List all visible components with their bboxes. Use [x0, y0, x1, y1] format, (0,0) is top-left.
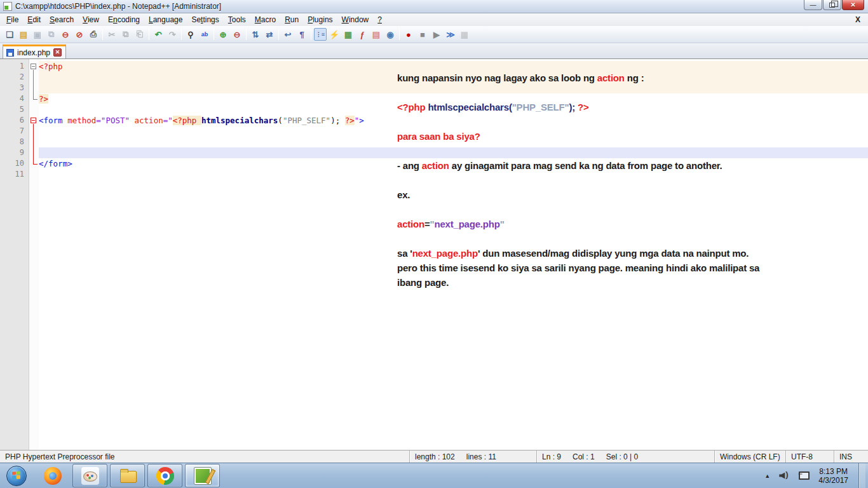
zoom-in-button[interactable]: ⊕ [217, 28, 229, 41]
document-close-x[interactable]: X [853, 15, 863, 25]
annotation-segment: ng : [625, 72, 644, 83]
document-map-button[interactable]: ▦ [342, 28, 355, 41]
taskbar-app-firefox[interactable] [35, 464, 70, 487]
menu-item-file[interactable]: File [2, 14, 23, 25]
annotation-line-9: ibang page. [397, 277, 449, 288]
close-file-icon: ⊖ [62, 30, 69, 39]
fold-marker-start[interactable] [29, 115, 39, 126]
menu-item-window[interactable]: Window [337, 14, 374, 25]
save-file-button[interactable]: ▣ [31, 28, 44, 41]
annotation-line-1: kung napansin nyo nag lagay ako sa loob … [397, 72, 644, 83]
folder-as-workspace-button[interactable]: ▤ [370, 28, 383, 41]
title-bar: C:\xampp\htdocs\PHP\index.php - Notepad+… [0, 0, 868, 13]
show-indent-guide-button[interactable]: ⋮≡ [314, 28, 327, 41]
paste-button[interactable]: ⎗ [133, 28, 146, 41]
menu-item-settings[interactable]: Settings [187, 14, 223, 25]
fold-marker-v [29, 126, 39, 137]
menu-bar: FileEditSearchViewEncodingLanguageSettin… [0, 13, 868, 26]
close-file-button[interactable]: ⊖ [59, 28, 72, 41]
status-line-value: Ln : 9 [542, 452, 561, 461]
status-encoding[interactable]: UTF-8 [785, 451, 834, 463]
taskbar-apps [34, 464, 220, 487]
minimize-button[interactable]: — [804, 0, 822, 10]
replace-button[interactable]: ab [198, 28, 211, 41]
status-insert-mode[interactable]: INS [834, 451, 868, 463]
status-eol-format[interactable]: Windows (CR LF) [714, 451, 785, 463]
close-all-button[interactable]: ⊘ [73, 28, 86, 41]
restore-button[interactable] [823, 0, 841, 10]
fold-marker-start[interactable] [29, 61, 39, 72]
new-file-button[interactable]: ❏ [3, 28, 16, 41]
line-number: 11 [0, 169, 29, 180]
menu-item-plugins[interactable]: Plugins [303, 14, 337, 25]
menu-item-encoding[interactable]: Encoding [104, 14, 144, 25]
show-all-characters-button[interactable]: ¶ [295, 28, 308, 41]
volume-icon[interactable] [779, 471, 790, 481]
system-tray: ▲ 8:13 PM 4/3/2017 [762, 463, 868, 488]
code-token: action [135, 116, 163, 125]
sync-vertical-scroll-button[interactable]: ⇅ [249, 28, 262, 41]
copy-button[interactable]: ⧉ [119, 28, 132, 41]
tab-index-php[interactable]: index.php ✕ [3, 44, 66, 58]
chrome-icon [156, 467, 174, 485]
cut-button[interactable]: ✂ [105, 28, 118, 41]
menu-item-edit[interactable]: Edit [23, 14, 45, 25]
tab-label: index.php [17, 48, 50, 57]
code-token: "PHP_SELF" [283, 116, 330, 125]
menu-item-macro[interactable]: Macro [250, 14, 280, 25]
annotation-segment: sa ' [397, 248, 412, 259]
taskbar-app-explorer[interactable] [110, 464, 145, 487]
macro-playback-button[interactable]: ▶ [430, 28, 443, 41]
open-file-button[interactable]: ▤ [17, 28, 30, 41]
menu-item-view[interactable]: View [78, 14, 104, 25]
start-button[interactable] [6, 466, 27, 486]
undo-button[interactable]: ↶ [152, 28, 165, 41]
word-wrap-button[interactable]: ↩ [281, 28, 294, 41]
paint-icon [81, 467, 99, 485]
toolbar-group: ↩¶ [281, 28, 309, 41]
taskbar-app-notepadpp[interactable] [185, 464, 220, 487]
taskbar-app-paint[interactable] [72, 464, 107, 487]
macro-stop-button[interactable]: ■ [416, 28, 429, 41]
menu-item-run[interactable]: Run [280, 14, 303, 25]
redo-button[interactable]: ↷ [166, 28, 179, 41]
menu-item-search[interactable]: Search [45, 14, 78, 25]
toolbar-separator [399, 29, 400, 40]
taskbar-app-chrome[interactable] [147, 464, 182, 487]
toolbar-group: ❏▤▣⧉⊖⊘⎙ [3, 28, 100, 41]
line-number: 3 [0, 83, 29, 93]
taskbar-clock[interactable]: 8:13 PM 4/3/2017 [815, 467, 852, 485]
toolbar-group: ⚲ab [184, 28, 212, 41]
macro-run-multiple-button[interactable]: ≫ [444, 28, 457, 41]
zoom-out-button[interactable]: ⊖ [231, 28, 243, 41]
macro-stop-icon: ■ [420, 30, 425, 39]
code-line-1: <?php [39, 61, 868, 72]
macro-record-button[interactable]: ● [402, 28, 415, 41]
monitoring-button[interactable]: ◉ [384, 28, 397, 41]
menu-item-tools[interactable]: Tools [224, 14, 250, 25]
close-button[interactable]: ✕ [842, 0, 864, 10]
code-editor[interactable]: 1234567891011 <?php?><form method="POST"… [0, 58, 868, 450]
function-list-button[interactable]: ƒ [356, 28, 369, 41]
sync-horizontal-scroll-button[interactable]: ⇄ [263, 28, 276, 41]
clock-date: 4/3/2017 [818, 476, 848, 485]
line-number: 9 [0, 147, 29, 158]
show-desktop-button[interactable] [858, 463, 865, 488]
toolbar-separator [214, 29, 214, 40]
hidden-icons-button[interactable]: ▲ [762, 470, 773, 482]
annotation-segment: - ang [397, 160, 422, 171]
find-button[interactable]: ⚲ [184, 28, 197, 41]
annotation-segment: " [500, 219, 505, 229]
sync-vertical-scroll-icon: ⇅ [252, 30, 259, 39]
code-line-9 [39, 147, 868, 158]
tab-close-icon[interactable]: ✕ [53, 48, 62, 57]
macro-record-icon: ● [406, 30, 411, 39]
user-defined-language-button[interactable]: ⚡ [328, 28, 341, 41]
redo-icon: ↷ [169, 30, 176, 39]
network-icon[interactable] [797, 471, 808, 481]
menu-item-help[interactable]: ? [373, 14, 386, 25]
print-button[interactable]: ⎙ [87, 28, 100, 41]
menu-item-language[interactable]: Language [144, 14, 187, 25]
save-all-button[interactable]: ⧉ [45, 28, 58, 41]
macro-save-button[interactable]: ▦ [458, 28, 471, 41]
